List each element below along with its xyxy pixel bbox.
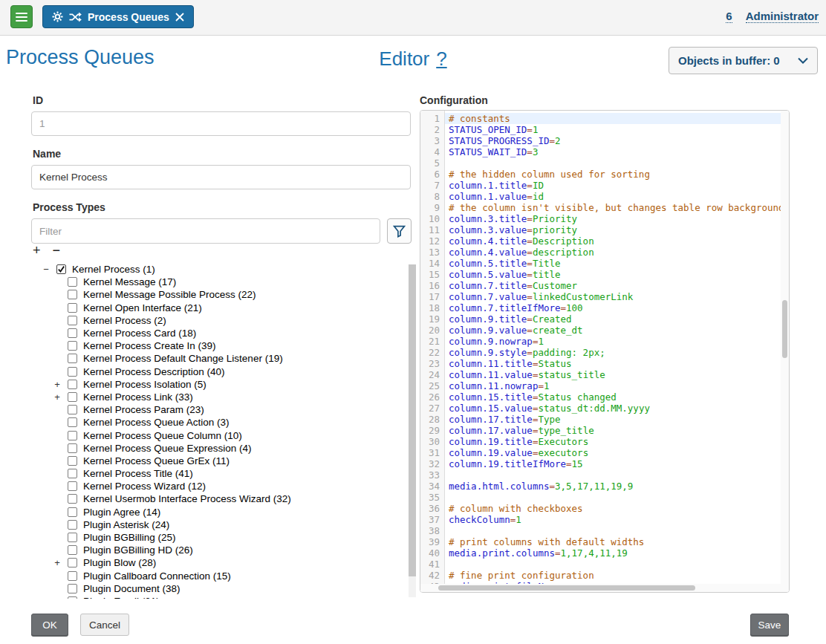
code-text[interactable]: checkColumn=1 (445, 514, 781, 525)
close-icon[interactable] (175, 13, 184, 22)
tree-item-checkbox[interactable] (68, 443, 77, 453)
tree-item-checkbox[interactable] (68, 520, 77, 530)
code-text[interactable]: column.9.value=create_dt (445, 325, 781, 336)
code-text[interactable]: column.9.nowrap=1 (445, 336, 781, 347)
tree-item[interactable]: Kernel Process Queue Expression (4) (31, 442, 406, 455)
tree-item[interactable]: Kernel Message (17) (31, 276, 406, 288)
filter-button[interactable] (387, 218, 412, 244)
filter-input[interactable] (31, 218, 380, 244)
code-text[interactable] (445, 469, 781, 481)
tree-item[interactable]: +Plugin Blow (28) (31, 556, 406, 569)
tree-item[interactable]: Kernel Process Default Change Listener (… (31, 352, 406, 365)
code-text[interactable]: column.7.titleIfMore=100 (445, 302, 781, 313)
tree-item-checkbox[interactable] (68, 328, 77, 338)
code-text[interactable]: STATUS_PROGRESS_ID=2 (445, 135, 781, 146)
menu-button[interactable] (10, 5, 33, 28)
code-text[interactable] (445, 559, 781, 570)
plus-expander-icon[interactable]: + (51, 379, 63, 390)
code-text[interactable]: column.7.title=Customer (445, 280, 781, 291)
tree-item-checkbox[interactable] (68, 494, 77, 504)
code-text[interactable]: column.9.style=padding: 2px; (445, 347, 781, 358)
code-text[interactable]: media.html.columns=3,5,17,11,19,9 (445, 481, 781, 492)
code-text[interactable]: column.11.nowrap=1 (445, 380, 781, 391)
configuration-editor[interactable]: 1# constants2STATUS_OPEN_ID=13STATUS_PRO… (420, 110, 790, 593)
code-text[interactable]: media.print.columns=1,17,4,11,19 (445, 547, 781, 559)
tree-item-checkbox[interactable] (68, 277, 77, 287)
code-text[interactable]: column.15.title=Status changed (445, 391, 781, 403)
tree-item[interactable]: Kernel Process Queue Column (10) (31, 429, 406, 441)
code-text[interactable]: column.7.value=linkedCustomerLink (445, 291, 781, 302)
code-text[interactable]: column.19.title=Executors (445, 436, 781, 447)
tree-item-checkbox[interactable] (68, 367, 77, 377)
tree-item[interactable]: Plugin Asterisk (24) (31, 518, 406, 531)
tree-scrollbar-thumb[interactable] (409, 264, 416, 576)
editor-vscroll-thumb[interactable] (782, 300, 787, 358)
code-text[interactable]: column.3.value=priority (445, 224, 781, 235)
notification-count-link[interactable]: 6 (726, 10, 732, 23)
help-link[interactable]: ? (436, 48, 446, 70)
editor-horizontal-scrollbar[interactable] (420, 584, 781, 592)
code-text[interactable]: media.print.fileName=process_queues (445, 581, 781, 584)
code-text[interactable]: column.19.titleIfMore=15 (445, 458, 781, 469)
code-text[interactable]: column.17.title=Type (445, 414, 781, 425)
code-text[interactable]: column.5.value=title (445, 269, 781, 280)
tree-item[interactable]: Plugin BGBilling (25) (31, 531, 406, 544)
code-text[interactable]: # fine print configuration (445, 570, 781, 581)
tree-item-checkbox[interactable] (68, 405, 77, 414)
tree-item[interactable]: Plugin Callboard Connection (15) (31, 570, 406, 582)
tree-item[interactable]: Kernel Message Possible Process (22) (31, 288, 406, 301)
tree-item[interactable]: Kernel Open Interface (21) (31, 302, 406, 314)
tree-item-checkbox[interactable] (68, 507, 77, 517)
tree-item-checkbox[interactable] (68, 303, 77, 313)
code-text[interactable] (445, 157, 781, 169)
user-name-link[interactable]: Administrator (746, 10, 819, 23)
tree-item[interactable]: Kernel Usermob Interface Process Wizard … (31, 492, 406, 505)
tree-item[interactable]: Plugin Document (38) (31, 582, 406, 595)
code-text[interactable]: column.15.value=status_dt:dd.MM.yyyy (445, 403, 781, 414)
tree-item[interactable]: Plugin Email (31) (31, 595, 406, 599)
tree-item[interactable]: Kernel Process Wizard (12) (31, 480, 406, 492)
minus-expander-icon[interactable]: − (40, 264, 52, 275)
id-field[interactable] (31, 111, 411, 136)
plus-expander-icon[interactable]: + (51, 557, 63, 568)
tree-scrollbar[interactable] (409, 264, 416, 597)
tree-item[interactable]: Plugin BGBilling HD (26) (31, 544, 406, 556)
code-text[interactable]: column.1.value=id (445, 191, 781, 202)
tree-item[interactable]: Kernel Process Queue GrEx (11) (31, 455, 406, 467)
code-text[interactable]: # print columns with default widths (445, 536, 781, 547)
tab-process-queues[interactable]: Process Queues (42, 5, 194, 28)
code-text[interactable]: column.3.title=Priority (445, 213, 781, 224)
tree-item[interactable]: Kernel Process Card (18) (31, 327, 406, 339)
tree-item[interactable]: Kernel Process Title (41) (31, 467, 406, 480)
tree-item[interactable]: Kernel Process (2) (31, 314, 406, 327)
tree-item[interactable]: Plugin Agree (14) (31, 506, 406, 518)
code-text[interactable] (445, 525, 781, 536)
tree-item-checkbox[interactable] (68, 316, 77, 325)
code-text[interactable]: # the hidden column used for sorting (445, 169, 781, 180)
tree-item-checkbox[interactable] (68, 431, 77, 440)
tree-item-checkbox[interactable] (68, 596, 77, 599)
buffer-dropdown[interactable]: Objects in buffer: 0 (669, 47, 818, 74)
editor-vertical-scrollbar[interactable] (781, 111, 789, 584)
code-text[interactable]: column.9.title=Created (445, 313, 781, 325)
save-button[interactable]: Save (750, 614, 789, 636)
ok-button[interactable]: OK (31, 614, 68, 636)
code-text[interactable]: column.4.title=Description (445, 235, 781, 247)
code-text[interactable]: column.5.title=Title (445, 258, 781, 269)
code-text[interactable]: column.17.value=type_title (445, 425, 781, 436)
tree-item[interactable]: Kernel Process Create In (39) (31, 339, 406, 352)
code-text[interactable]: STATUS_OPEN_ID=1 (445, 124, 781, 135)
tree-item[interactable]: Kernel Process Description (40) (31, 365, 406, 378)
tree-item-checkbox[interactable] (68, 290, 77, 299)
tree-item-checkbox[interactable] (68, 354, 77, 363)
tree-item-checkbox[interactable] (68, 571, 77, 581)
tree-item-checkbox[interactable] (68, 341, 77, 351)
tree-item-checkbox[interactable] (68, 545, 77, 555)
tree-item[interactable]: Kernel Process Queue Action (3) (31, 416, 406, 429)
tree-item[interactable]: Kernel Process Param (23) (31, 403, 406, 416)
tree-item-checkbox[interactable] (68, 481, 77, 491)
code-text[interactable]: column.1.title=ID (445, 180, 781, 191)
cancel-button[interactable]: Cancel (80, 614, 129, 636)
tree-item-checkbox[interactable] (68, 533, 77, 542)
tree-item-checkbox[interactable] (68, 417, 77, 427)
